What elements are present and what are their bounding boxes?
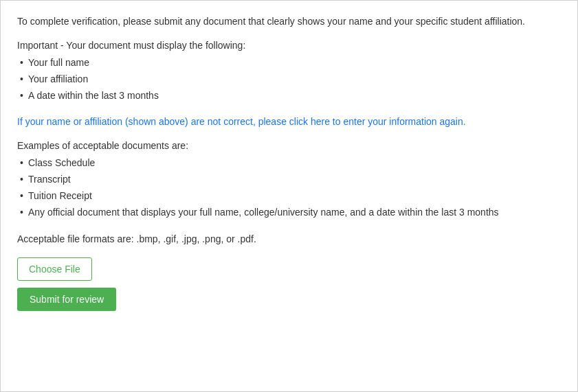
list-item: A date within the last 3 months — [17, 88, 561, 104]
important-section: Important - Your document must display t… — [17, 40, 561, 104]
examples-list: Class Schedule Transcript Tuition Receip… — [17, 155, 561, 220]
list-item: Any official document that displays your… — [17, 205, 561, 221]
main-card: To complete verification, please submit … — [0, 0, 578, 392]
list-item: Class Schedule — [17, 155, 561, 172]
list-item: Your affiliation — [17, 71, 561, 88]
intro-text: To complete verification, please submit … — [17, 14, 561, 29]
examples-section: Examples of acceptable documents are: Cl… — [17, 140, 561, 220]
file-formats-text: Acceptable file formats are: .bmp, .gif,… — [17, 232, 561, 246]
examples-label: Examples of acceptable documents are: — [17, 140, 561, 151]
list-item: Your full name — [17, 55, 561, 71]
important-list: Your full name Your affiliation A date w… — [17, 55, 561, 104]
reenter-info-link[interactable]: If your name or affiliation (shown above… — [17, 116, 466, 127]
list-item: Transcript — [17, 172, 561, 188]
important-label: Important - Your document must display t… — [17, 40, 561, 51]
list-item: Tuition Receipt — [17, 188, 561, 205]
choose-file-button[interactable]: Choose File — [17, 257, 92, 281]
button-section: Choose File Submit for review — [17, 257, 561, 311]
link-section: If your name or affiliation (shown above… — [17, 115, 561, 129]
submit-button[interactable]: Submit for review — [17, 288, 116, 311]
